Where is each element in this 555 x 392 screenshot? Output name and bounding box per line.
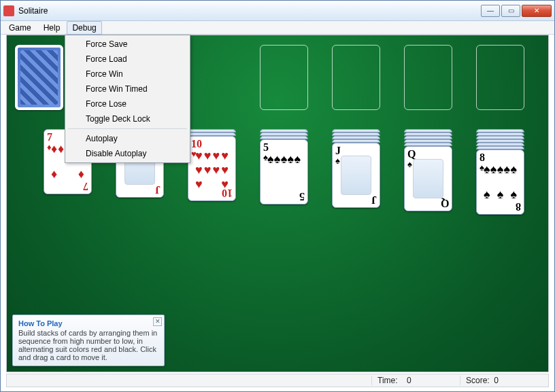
card-pips: ♠♠♠♠♠ xyxy=(267,152,301,192)
debug-menu-dropdown: Force SaveForce LoadForce WinForce Win T… xyxy=(65,35,190,163)
debug-force-win[interactable]: Force Win xyxy=(67,67,188,82)
card-rank-bottom: J xyxy=(155,183,161,196)
foundation-4[interactable] xyxy=(476,45,524,110)
minimize-button[interactable]: — xyxy=(481,5,500,17)
close-button[interactable]: ✕ xyxy=(522,5,552,17)
debug-force-win-timed[interactable]: Force Win Timed xyxy=(67,82,188,96)
card-rank-bottom: Q xyxy=(441,197,449,209)
menubar: GameHelpDebug xyxy=(1,21,554,35)
debug-force-save[interactable]: Force Save xyxy=(67,37,188,52)
window-title: Solitaire xyxy=(18,6,480,16)
card-rank-bottom: 8 xyxy=(516,200,521,213)
tip-close-button[interactable]: ✕ xyxy=(153,317,162,326)
menu-debug[interactable]: Debug xyxy=(67,21,101,35)
card-face-art xyxy=(413,159,443,198)
app-icon xyxy=(3,5,14,16)
how-to-play-tip: ✕ How To Play Build stacks of cards by a… xyxy=(12,315,165,366)
foundation-1[interactable] xyxy=(260,45,308,110)
status-score: Score: 0 xyxy=(460,376,548,385)
foundation-3[interactable] xyxy=(404,45,452,110)
time-value: 0 xyxy=(407,376,411,385)
menu-help[interactable]: Help xyxy=(38,21,66,35)
card-pips: ♠♠♠♠♠♠♠♠ xyxy=(484,162,517,202)
stock-pile[interactable] xyxy=(15,45,63,110)
status-time: Time: 0 xyxy=(371,376,460,385)
card-pips: ♥♥♥♥♥♥♥♥♥♥ xyxy=(195,149,229,188)
debug-force-load[interactable]: Force Load xyxy=(67,52,188,67)
card-5-spades[interactable]: 5♠5♠♠♠♠♠ xyxy=(260,139,308,204)
card-face-art xyxy=(341,156,371,195)
foundation-2[interactable] xyxy=(332,45,380,110)
tip-header: How To Play xyxy=(18,319,158,327)
spades-icon: ♠ xyxy=(335,156,340,166)
menu-separator xyxy=(68,128,187,129)
card-rank-bottom: 7 xyxy=(83,180,88,192)
window-controls: — ▭ ✕ xyxy=(480,5,552,17)
card-rank-bottom: J xyxy=(371,194,377,206)
card-Q-spades[interactable]: Q♠Q xyxy=(404,146,452,211)
menu-game[interactable]: Game xyxy=(3,21,37,35)
score-label: Score: xyxy=(466,376,490,385)
card-rank-bottom: 5 xyxy=(299,190,305,202)
card-back[interactable] xyxy=(15,45,63,110)
spades-icon: ♠ xyxy=(407,159,412,169)
tip-body: Build stacks of cards by arranging them … xyxy=(18,329,158,361)
titlebar: Solitaire — ▭ ✕ xyxy=(1,1,554,21)
card-8-spades[interactable]: 8♠8♠♠♠♠♠♠♠♠ xyxy=(476,149,524,215)
debug-disable-autoplay[interactable]: Disable Autoplay xyxy=(67,146,188,161)
card-J-spades[interactable]: J♠J xyxy=(332,143,380,208)
score-value: 0 xyxy=(494,376,499,385)
time-label: Time: xyxy=(377,376,398,385)
debug-toggle-deck-lock[interactable]: Toggle Deck Lock xyxy=(67,111,188,126)
debug-autoplay[interactable]: Autoplay xyxy=(67,131,188,146)
status-bar: Time: 0 Score: 0 xyxy=(6,374,549,387)
debug-force-lose[interactable]: Force Lose xyxy=(67,96,188,111)
card-10-hearts[interactable]: 10♥10♥♥♥♥♥♥♥♥♥♥ xyxy=(188,136,236,201)
maximize-button[interactable]: ▭ xyxy=(501,5,520,17)
